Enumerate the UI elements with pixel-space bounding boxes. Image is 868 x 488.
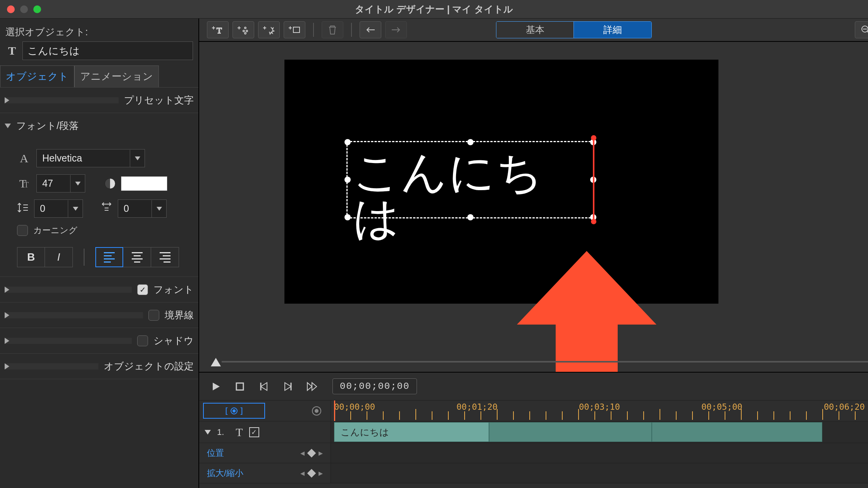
letter-spacing-dropdown[interactable]: 0 bbox=[118, 199, 167, 218]
track-lane[interactable]: こんにちは bbox=[331, 421, 868, 443]
section-font-toggle[interactable]: ✓ フォント bbox=[0, 277, 198, 302]
font-color-swatch[interactable] bbox=[121, 176, 167, 191]
prev-keyframe-icon[interactable]: ◂ bbox=[300, 448, 305, 458]
window-minimize-button[interactable] bbox=[20, 5, 28, 13]
bold-button[interactable]: B bbox=[17, 247, 45, 267]
mode-advanced-button[interactable]: 詳細 bbox=[574, 22, 651, 38]
checkbox-icon[interactable] bbox=[137, 335, 148, 346]
checkbox-checked-icon[interactable]: ✓ bbox=[137, 284, 148, 295]
checkbox-icon[interactable] bbox=[148, 310, 159, 321]
disclosure-right-icon bbox=[5, 363, 98, 369]
stop-button[interactable] bbox=[232, 379, 247, 394]
timeline-panel: 00;00;00;00 [ bbox=[199, 372, 868, 488]
fast-forward-button[interactable] bbox=[305, 379, 319, 394]
property-scale[interactable]: 拡大/縮小 ◂ ▸ bbox=[199, 463, 331, 483]
disclosure-down-icon bbox=[205, 430, 211, 435]
section-border[interactable]: 境界線 bbox=[0, 302, 198, 328]
resize-handle[interactable] bbox=[467, 139, 474, 145]
canvas[interactable]: こんにちは bbox=[284, 60, 718, 304]
playhead-line[interactable] bbox=[334, 400, 335, 421]
play-button[interactable] bbox=[208, 379, 223, 394]
align-center-button[interactable] bbox=[123, 247, 151, 267]
resize-handle[interactable] bbox=[344, 177, 351, 183]
keyframe-indicator-icon[interactable] bbox=[312, 406, 321, 416]
add-text-button[interactable]: T bbox=[207, 21, 229, 38]
text-cursor-cap bbox=[591, 135, 596, 141]
timeline-clip[interactable] bbox=[652, 422, 822, 442]
svg-text:T: T bbox=[217, 26, 222, 35]
traffic-lights bbox=[7, 5, 41, 13]
section-shadow[interactable]: シャドウ bbox=[0, 328, 198, 353]
section-preset-characters[interactable]: プリセット文字 bbox=[0, 88, 198, 113]
italic-button[interactable]: I bbox=[45, 247, 73, 267]
section-label: オブジェクトの設定 bbox=[104, 360, 194, 373]
window-close-button[interactable] bbox=[7, 5, 15, 13]
next-frame-button[interactable] bbox=[281, 379, 295, 394]
section-font-paragraph[interactable]: フォント/段落 bbox=[0, 113, 198, 138]
playback-controls: 00;00;00;00 bbox=[199, 373, 868, 400]
stage-area[interactable]: こんにちは bbox=[199, 42, 868, 372]
add-particles-button[interactable] bbox=[232, 21, 254, 38]
prev-keyframe-icon[interactable]: ◂ bbox=[300, 468, 305, 478]
section-label: 境界線 bbox=[165, 309, 194, 321]
selected-object-label: 選択オブジェクト: bbox=[5, 26, 193, 38]
next-keyframe-icon[interactable]: ▸ bbox=[319, 468, 323, 478]
section-label: フォント bbox=[153, 283, 194, 296]
font-family-dropdown[interactable]: Helvetica bbox=[36, 149, 145, 167]
kerning-checkbox[interactable]: カーニング bbox=[17, 225, 191, 236]
timeline-clip[interactable] bbox=[489, 422, 652, 442]
window-maximize-button[interactable] bbox=[33, 5, 41, 13]
timeline-clip[interactable]: こんにちは bbox=[334, 422, 489, 442]
font-family-icon: A bbox=[17, 152, 31, 165]
next-keyframe-icon[interactable]: ▸ bbox=[319, 448, 323, 458]
resize-handle[interactable] bbox=[344, 139, 351, 145]
property-label: 位置 bbox=[207, 447, 224, 459]
tab-animation[interactable]: アニメーション bbox=[74, 65, 159, 87]
align-right-button[interactable] bbox=[151, 247, 179, 267]
kerning-label: カーニング bbox=[33, 225, 78, 236]
letter-spacing-value: 0 bbox=[118, 200, 152, 217]
svg-rect-8 bbox=[236, 383, 243, 390]
dropdown-caret-icon bbox=[152, 200, 166, 217]
title-text-object[interactable]: こんにちは bbox=[346, 141, 594, 218]
font-size-value: 47 bbox=[37, 175, 70, 192]
panel-tabs: オブジェクト アニメーション bbox=[0, 65, 198, 87]
disclosure-right-icon bbox=[5, 97, 119, 103]
property-lane[interactable] bbox=[331, 443, 868, 463]
keyframe-mode-toggle[interactable]: [ ] bbox=[203, 403, 265, 419]
svg-point-4 bbox=[245, 33, 246, 34]
clip-label: こんにちは bbox=[341, 426, 389, 438]
property-lane[interactable] bbox=[331, 463, 868, 483]
timeline-ruler[interactable]: 00;00;00 00;01;20 00;03;10 00;05;00 00;0… bbox=[331, 400, 868, 421]
disclosure-down-icon bbox=[5, 124, 11, 128]
line-spacing-dropdown[interactable]: 0 bbox=[34, 199, 83, 218]
add-keyframe-icon[interactable] bbox=[307, 469, 316, 478]
font-size-dropdown[interactable]: 47 bbox=[36, 174, 85, 192]
property-position[interactable]: 位置 ◂ ▸ bbox=[199, 443, 331, 463]
timecode-display[interactable]: 00;00;00;00 bbox=[332, 378, 417, 394]
tab-object[interactable]: オブジェクト bbox=[0, 65, 74, 87]
title-text-content[interactable]: こんにちは bbox=[348, 142, 593, 241]
align-left-button[interactable] bbox=[95, 247, 123, 267]
track-header[interactable]: 1. T ✓ bbox=[199, 421, 331, 443]
add-shape-button[interactable] bbox=[258, 21, 280, 38]
section-object-settings[interactable]: オブジェクトの設定 bbox=[0, 354, 198, 379]
resize-handle[interactable] bbox=[467, 214, 474, 220]
svg-point-2 bbox=[243, 30, 245, 32]
add-image-button[interactable] bbox=[284, 21, 305, 38]
letter-spacing-icon bbox=[101, 202, 112, 216]
svg-point-3 bbox=[246, 30, 248, 32]
mode-basic-button[interactable]: 基本 bbox=[496, 22, 574, 38]
canvas-toolbar: T 基本 詳細 bbox=[199, 19, 868, 42]
zoom-out-button[interactable] bbox=[855, 21, 868, 38]
prev-frame-button[interactable] bbox=[257, 379, 271, 394]
scrub-handle-icon[interactable] bbox=[211, 358, 221, 366]
resize-handle[interactable] bbox=[344, 214, 351, 220]
track-visible-checkbox[interactable]: ✓ bbox=[249, 427, 259, 437]
add-keyframe-icon[interactable] bbox=[307, 448, 316, 457]
properties-panel: 選択オブジェクト: T オブジェクト アニメーション プリセット文字 フォント/… bbox=[0, 19, 199, 488]
scrub-bar[interactable] bbox=[222, 361, 868, 363]
selected-object-name-input[interactable] bbox=[22, 41, 193, 60]
undo-button[interactable] bbox=[360, 21, 381, 38]
property-label: 拡大/縮小 bbox=[207, 467, 243, 479]
